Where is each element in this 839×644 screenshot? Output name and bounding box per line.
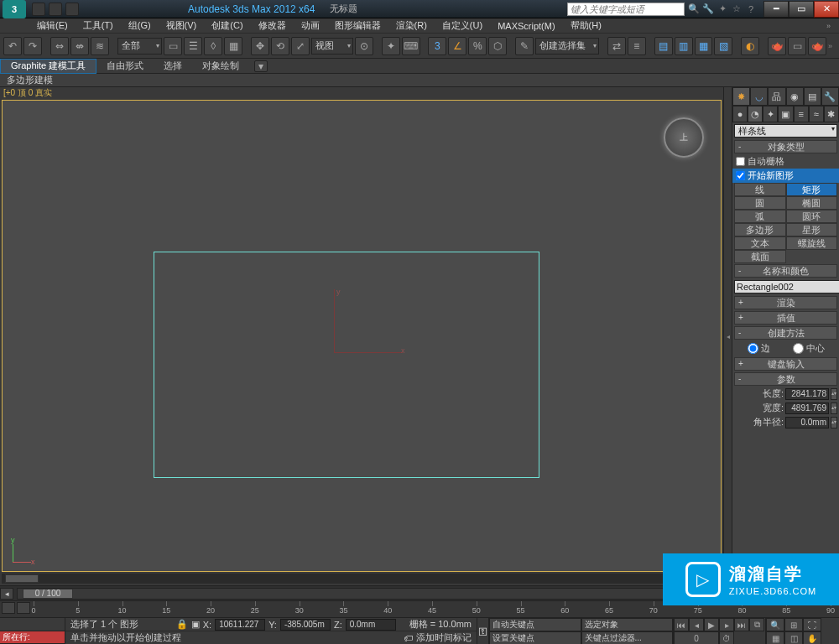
viewcube[interactable]: 上	[664, 117, 704, 158]
undo-button[interactable]: ↶	[3, 37, 22, 55]
select-region-button[interactable]: ◊	[204, 37, 222, 55]
selection-lock-button[interactable]: 选定对象	[581, 618, 674, 631]
favorite-icon[interactable]: ☆	[731, 3, 743, 15]
auto-grid-checkbox[interactable]	[736, 157, 745, 166]
window-crossing-button[interactable]: ▦	[224, 37, 242, 55]
goto-end-button[interactable]: ⏭	[734, 618, 749, 631]
donut-button[interactable]: 圆环	[786, 210, 838, 223]
select-object-button[interactable]: ▭	[164, 37, 182, 55]
window-close-button[interactable]: ✕	[814, 1, 839, 18]
isolate-icon[interactable]: ▣	[191, 619, 200, 630]
ribbon-tab-object-paint[interactable]: 对象绘制	[192, 59, 249, 74]
curve-editor-button[interactable]: ▦	[695, 37, 713, 55]
shape-subcategory-dropdown[interactable]: 样条线	[734, 124, 837, 138]
menu-tools[interactable]: 工具(T)	[76, 18, 120, 33]
rectangle-button[interactable]: 矩形	[786, 183, 838, 196]
align-button[interactable]: ≡	[628, 37, 646, 55]
create-panel-tab[interactable]: ✸	[732, 87, 750, 106]
app-logo[interactable]: 3	[3, 0, 26, 18]
menu-help[interactable]: 帮助(H)	[564, 18, 608, 33]
pan-button[interactable]: ✋	[803, 631, 821, 644]
timeline-mode-button-2[interactable]	[17, 602, 30, 614]
qat-redo-icon[interactable]	[49, 3, 62, 16]
utilities-panel-tab[interactable]: 🔧	[821, 87, 839, 106]
current-frame-input[interactable]: 0	[674, 631, 719, 644]
select-move-button[interactable]: ✥	[251, 37, 269, 55]
motion-panel-tab[interactable]: ◉	[786, 87, 804, 106]
time-tag-icon[interactable]: 🏷	[404, 633, 413, 643]
width-spinner[interactable]: ▴▾	[831, 402, 837, 414]
object-name-input[interactable]	[734, 280, 839, 293]
lights-category-tab[interactable]: ✦	[763, 106, 778, 122]
selection-filter-combo[interactable]: 全部	[117, 38, 163, 55]
viewport-scrollbar[interactable]	[2, 574, 722, 584]
timeline-mode-button-1[interactable]	[2, 602, 15, 614]
key-mode-toggle[interactable]: ⧉	[749, 618, 764, 631]
helpers-category-tab[interactable]: ≡	[794, 106, 809, 122]
time-slider-handle[interactable]: 0 / 100	[23, 589, 73, 599]
modify-panel-tab[interactable]: ◡	[750, 87, 768, 106]
maxscript-mini-listener[interactable]	[0, 618, 65, 631]
menu-rendering[interactable]: 渲染(R)	[389, 18, 434, 33]
systems-category-tab[interactable]: ✱	[824, 106, 839, 122]
select-by-name-button[interactable]: ☰	[184, 37, 202, 55]
viewport-label[interactable]: [+0 顶 0 真实	[0, 87, 723, 100]
coord-x-input[interactable]: 10611.227	[215, 619, 265, 631]
mirror-button[interactable]: ⇄	[607, 37, 626, 55]
ref-coord-combo[interactable]: 视图	[311, 38, 353, 55]
material-editor-button[interactable]: ◐	[741, 37, 759, 55]
ribbon-tab-graphite[interactable]: Graphite 建模工具	[0, 59, 96, 74]
comm-center-icon[interactable]: ✦	[717, 3, 728, 15]
layer-manager-button[interactable]: ▤	[654, 37, 673, 55]
creation-edge-radio[interactable]	[748, 343, 758, 354]
start-new-shape-checkbox[interactable]	[736, 171, 745, 180]
link-button[interactable]: ⇔	[50, 37, 69, 55]
window-minimize-button[interactable]: ━	[763, 1, 789, 18]
use-center-button[interactable]: ⊙	[355, 37, 373, 55]
time-slider-prev[interactable]: ◂	[0, 588, 13, 600]
viewport-top[interactable]: 上 yx yx	[2, 100, 722, 572]
prev-frame-button[interactable]: ◂	[689, 618, 704, 631]
auto-key-button[interactable]: 自动关键点	[489, 618, 581, 631]
key-filters-button[interactable]: 关键点过滤器...	[581, 631, 674, 644]
bind-spacewarp-button[interactable]: ≋	[91, 37, 109, 55]
geometry-category-tab[interactable]: ●	[732, 106, 748, 122]
menu-overflow-icon[interactable]: »	[826, 22, 831, 30]
width-input[interactable]: 4891.769	[785, 402, 829, 414]
key-mode-icon[interactable]: ⚿	[477, 618, 488, 644]
snap-toggle-button[interactable]: 3	[428, 37, 446, 55]
menu-views[interactable]: 视图(V)	[159, 18, 204, 33]
zoom-button[interactable]: 🔍	[766, 618, 784, 631]
hierarchy-panel-tab[interactable]: 品	[768, 87, 785, 106]
ribbon-minimize-button[interactable]: ▾	[254, 60, 268, 72]
next-frame-button[interactable]: ▸	[719, 618, 734, 631]
coord-y-input[interactable]: -385.005m	[280, 619, 331, 631]
line-button[interactable]: 线	[734, 183, 786, 196]
helix-button[interactable]: 螺旋线	[786, 236, 838, 250]
menu-create[interactable]: 创建(C)	[205, 18, 249, 33]
menu-customize[interactable]: 自定义(U)	[435, 18, 489, 33]
zoom-all-button[interactable]: ⊞	[784, 618, 803, 631]
display-panel-tab[interactable]: ▤	[804, 87, 821, 106]
ngon-button[interactable]: 多边形	[734, 223, 786, 236]
named-selection-combo[interactable]: 创建选择集	[535, 38, 599, 55]
text-button[interactable]: 文本	[734, 236, 786, 250]
help-search-input[interactable]	[567, 3, 685, 16]
render-production-button[interactable]: 🫖	[808, 37, 826, 55]
menu-group[interactable]: 组(G)	[122, 18, 158, 33]
percent-snap-button[interactable]: %	[468, 37, 487, 55]
render-setup-button[interactable]: 🫖	[768, 37, 786, 55]
redo-button[interactable]: ↷	[23, 37, 42, 55]
qat-undo-icon[interactable]	[32, 3, 45, 16]
select-scale-button[interactable]: ⤢	[291, 37, 310, 55]
ellipse-button[interactable]: 椭圆	[786, 196, 838, 210]
unlink-button[interactable]: ⇎	[70, 37, 89, 55]
angle-snap-button[interactable]: ∠	[448, 37, 466, 55]
search-icon[interactable]: 🔍	[688, 3, 700, 15]
key-icon[interactable]: 🔧	[702, 3, 714, 15]
ribbon-tab-selection[interactable]: 选择	[154, 59, 192, 74]
command-panel-toggle[interactable]: ◂	[723, 87, 732, 585]
shapes-category-tab[interactable]: ◔	[748, 106, 763, 122]
star-button[interactable]: 星形	[786, 223, 838, 236]
goto-start-button[interactable]: ⏮	[674, 618, 689, 631]
